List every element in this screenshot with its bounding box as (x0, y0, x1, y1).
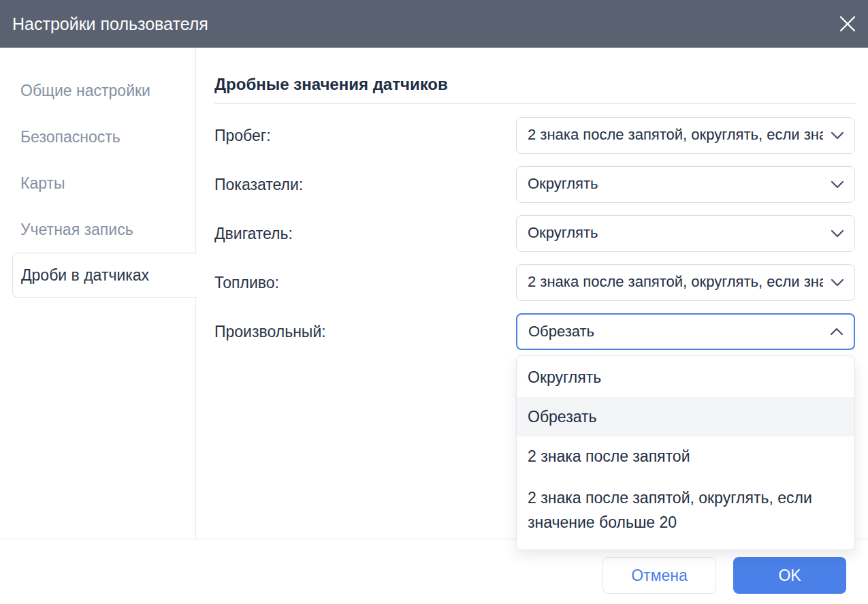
user-settings-dialog: Настройки пользователя Общие настройки Б… (0, 0, 868, 604)
field-row-custom: Произвольный: Обрезать (214, 313, 855, 350)
chevron-down-icon (831, 131, 844, 140)
chevron-down-icon (831, 180, 844, 189)
field-label-engine: Двигатель: (214, 215, 293, 252)
field-label-custom: Произвольный: (214, 313, 326, 350)
sidebar-item-maps[interactable]: Карты (0, 160, 195, 206)
mileage-select-value: 2 знака после запятой, округлять, если з… (528, 118, 823, 153)
close-icon (838, 14, 857, 35)
sidebar-divider-top (195, 48, 196, 253)
custom-select-value: Обрезать (528, 315, 822, 349)
field-label-fuel: Топливо: (214, 264, 279, 301)
sidebar-item-security[interactable]: Безопасность (0, 114, 195, 160)
chevron-down-icon (831, 279, 844, 287)
dialog-header: Настройки пользователя (0, 0, 868, 48)
field-label-indicators: Показатели: (214, 166, 303, 203)
custom-select-dropdown: Округлять Обрезать 2 знака после запятой… (516, 355, 855, 550)
field-row-indicators: Показатели: Округлять (214, 166, 855, 203)
chevron-down-icon (831, 229, 844, 238)
engine-select[interactable]: Округлять (516, 215, 855, 252)
close-button[interactable] (837, 14, 858, 35)
cancel-button[interactable]: Отмена (602, 557, 716, 594)
dialog-title: Настройки пользователя (12, 0, 208, 48)
engine-select-value: Округлять (528, 216, 823, 251)
custom-select[interactable]: Обрезать (516, 313, 855, 350)
field-label-mileage: Пробег: (214, 117, 271, 154)
dropdown-option-round[interactable]: Округлять (517, 357, 854, 397)
section-title: Дробные значения датчиков (214, 75, 448, 94)
field-row-fuel: Топливо: 2 знака после запятой, округлят… (214, 264, 855, 301)
indicators-select[interactable]: Округлять (516, 166, 855, 203)
sidebar-item-account[interactable]: Учетная запись (0, 206, 195, 253)
fuel-select[interactable]: 2 знака после запятой, округлять, если з… (516, 264, 855, 301)
dropdown-option-two-decimals[interactable]: 2 знака после запятой (517, 436, 854, 476)
indicators-select-value: Округлять (528, 167, 823, 202)
sidebar-divider-bottom (195, 298, 196, 539)
ok-button[interactable]: OK (733, 557, 846, 594)
field-row-mileage: Пробег: 2 знака после запятой, округлять… (214, 117, 855, 154)
dropdown-option-truncate[interactable]: Обрезать (517, 397, 854, 436)
dropdown-option-two-decimals-round-over-20[interactable]: 2 знака после запятой, округлять, если з… (517, 476, 854, 544)
sidebar-item-general[interactable]: Общие настройки (0, 67, 195, 114)
chevron-up-icon (830, 328, 843, 336)
sidebar-item-sensor-fractions[interactable]: Дроби в датчиках (12, 253, 197, 298)
field-row-engine: Двигатель: Округлять (214, 215, 855, 252)
fuel-select-value: 2 знака после запятой, округлять, если з… (528, 265, 823, 300)
mileage-select[interactable]: 2 знака после запятой, округлять, если з… (516, 117, 855, 154)
section-underline (214, 103, 856, 104)
